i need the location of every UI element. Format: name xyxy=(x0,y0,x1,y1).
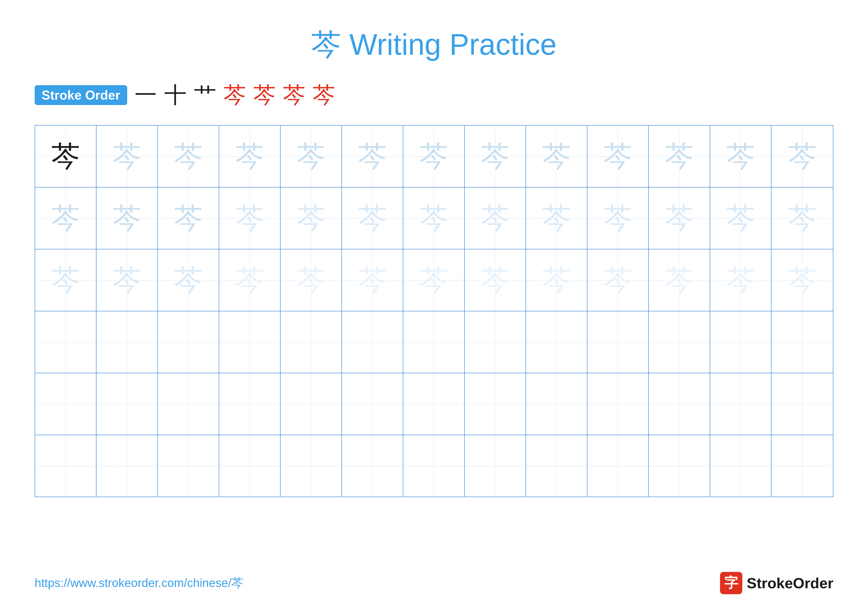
grid-cell[interactable] xyxy=(587,373,649,435)
grid-cell[interactable] xyxy=(342,373,403,435)
footer-brand: 字 StrokeOrder xyxy=(720,572,833,594)
grid-cell[interactable] xyxy=(649,435,710,497)
grid-cell[interactable]: 芩 xyxy=(158,126,219,187)
grid-cell[interactable]: 芩 xyxy=(772,126,833,187)
cell-character: 芩 xyxy=(358,266,387,294)
cell-character: 芩 xyxy=(236,266,264,294)
grid-cell[interactable] xyxy=(96,311,158,373)
grid-cell[interactable]: 芩 xyxy=(96,188,158,249)
grid-cell[interactable] xyxy=(772,311,833,373)
grid-cell[interactable]: 芩 xyxy=(649,249,710,311)
grid-cell[interactable]: 芩 xyxy=(587,249,649,311)
grid-cell[interactable] xyxy=(465,373,526,435)
grid-cell[interactable] xyxy=(96,435,158,497)
grid-cell[interactable]: 芩 xyxy=(281,249,342,311)
grid-cell[interactable]: 芩 xyxy=(710,249,772,311)
footer-url[interactable]: https://www.strokeorder.com/chinese/芩 xyxy=(35,575,243,591)
grid-cell[interactable]: 芩 xyxy=(403,126,465,187)
title-char: 芩 xyxy=(311,28,341,61)
grid-cell[interactable] xyxy=(403,311,465,373)
grid-cell[interactable]: 芩 xyxy=(403,249,465,311)
grid-cell[interactable] xyxy=(710,373,772,435)
grid-cell[interactable]: 芩 xyxy=(403,188,465,249)
grid-cell[interactable] xyxy=(465,311,526,373)
grid-cell[interactable]: 芩 xyxy=(710,188,772,249)
grid-cell[interactable]: 芩 xyxy=(281,126,342,187)
grid-cell[interactable] xyxy=(465,435,526,497)
grid-cell[interactable]: 芩 xyxy=(96,126,158,187)
grid-cell[interactable] xyxy=(710,311,772,373)
cell-character: 芩 xyxy=(113,266,141,294)
cell-character: 芩 xyxy=(665,142,694,171)
grid-cell[interactable] xyxy=(35,435,96,497)
cell-character: 芩 xyxy=(727,142,755,171)
grid-cell[interactable]: 芩 xyxy=(649,126,710,187)
grid-cell[interactable]: 芩 xyxy=(342,126,403,187)
grid-cell[interactable] xyxy=(281,435,342,497)
grid-cell[interactable] xyxy=(403,435,465,497)
stroke-order-badge: Stroke Order xyxy=(35,85,127,105)
grid-cell[interactable] xyxy=(587,435,649,497)
grid-cell[interactable] xyxy=(342,311,403,373)
grid-cell[interactable] xyxy=(342,435,403,497)
practice-grid: 芩芩芩芩芩芩芩芩芩芩芩芩芩芩芩芩芩芩芩芩芩芩芩芩芩芩芩芩芩芩芩芩芩芩芩芩芩芩芩 xyxy=(35,125,833,497)
cell-character: 芩 xyxy=(358,142,387,171)
grid-cell[interactable] xyxy=(587,311,649,373)
grid-cell[interactable]: 芩 xyxy=(465,249,526,311)
grid-cell[interactable] xyxy=(526,311,587,373)
cell-character: 芩 xyxy=(51,142,80,171)
grid-cell[interactable]: 芩 xyxy=(158,188,219,249)
grid-cell[interactable]: 芩 xyxy=(219,188,281,249)
cell-character: 芩 xyxy=(420,266,448,294)
grid-cell[interactable] xyxy=(281,311,342,373)
grid-cell[interactable] xyxy=(649,373,710,435)
grid-cell[interactable] xyxy=(403,373,465,435)
grid-cell[interactable]: 芩 xyxy=(342,188,403,249)
grid-cell[interactable]: 芩 xyxy=(465,126,526,187)
grid-cell[interactable]: 芩 xyxy=(281,188,342,249)
cell-character: 芩 xyxy=(51,204,80,233)
grid-cell[interactable]: 芩 xyxy=(35,249,96,311)
grid-cell[interactable]: 芩 xyxy=(35,126,96,187)
stroke-6: 芩 xyxy=(283,80,305,110)
grid-cell[interactable]: 芩 xyxy=(587,126,649,187)
grid-cell[interactable] xyxy=(158,435,219,497)
brand-name: StrokeOrder xyxy=(747,575,833,592)
grid-cell[interactable] xyxy=(526,373,587,435)
grid-cell[interactable] xyxy=(158,311,219,373)
grid-cell[interactable] xyxy=(649,311,710,373)
grid-cell[interactable] xyxy=(158,373,219,435)
grid-cell[interactable] xyxy=(710,435,772,497)
grid-cell[interactable]: 芩 xyxy=(649,188,710,249)
grid-cell[interactable]: 芩 xyxy=(587,188,649,249)
grid-cell[interactable]: 芩 xyxy=(710,126,772,187)
cell-character: 芩 xyxy=(481,204,510,233)
grid-cell[interactable] xyxy=(219,435,281,497)
grid-cell[interactable] xyxy=(526,435,587,497)
grid-row xyxy=(35,373,833,435)
grid-cell[interactable]: 芩 xyxy=(342,249,403,311)
grid-cell[interactable]: 芩 xyxy=(526,126,587,187)
stroke-4: 芩 xyxy=(224,80,246,110)
grid-cell[interactable]: 芩 xyxy=(158,249,219,311)
grid-cell[interactable] xyxy=(219,311,281,373)
grid-cell[interactable]: 芩 xyxy=(219,249,281,311)
grid-cell[interactable] xyxy=(772,435,833,497)
grid-cell[interactable] xyxy=(96,373,158,435)
grid-cell[interactable] xyxy=(35,373,96,435)
cell-character: 芩 xyxy=(51,266,80,294)
grid-cell[interactable] xyxy=(281,373,342,435)
grid-cell[interactable]: 芩 xyxy=(526,249,587,311)
grid-cell[interactable]: 芩 xyxy=(526,188,587,249)
grid-cell[interactable]: 芩 xyxy=(772,188,833,249)
grid-cell[interactable] xyxy=(219,373,281,435)
grid-cell[interactable]: 芩 xyxy=(96,249,158,311)
grid-cell[interactable]: 芩 xyxy=(219,126,281,187)
grid-cell[interactable]: 芩 xyxy=(35,188,96,249)
grid-cell[interactable] xyxy=(772,373,833,435)
grid-cell[interactable] xyxy=(35,311,96,373)
grid-cell[interactable]: 芩 xyxy=(465,188,526,249)
title-text: Writing Practice xyxy=(341,28,556,61)
cell-character: 芩 xyxy=(542,266,571,294)
grid-cell[interactable]: 芩 xyxy=(772,249,833,311)
